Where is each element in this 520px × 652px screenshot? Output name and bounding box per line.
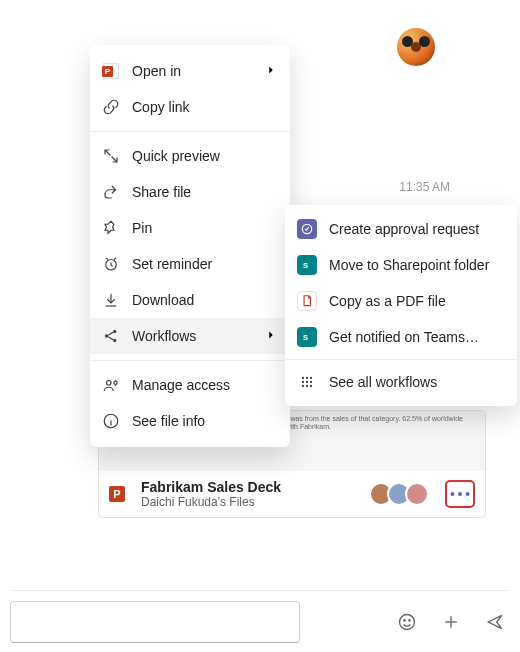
file-subtitle: Daichi Fukuda's Files (141, 495, 365, 509)
svg-point-6 (113, 339, 116, 342)
expand-icon (102, 147, 120, 165)
emoji-button[interactable] (396, 611, 418, 633)
menu-manage-access[interactable]: Manage access (90, 367, 290, 403)
pdf-icon (297, 291, 317, 311)
shared-with-avatars (375, 482, 429, 506)
clock-icon (102, 255, 120, 273)
menu-download[interactable]: Download (90, 282, 290, 318)
menu-share-file[interactable]: Share file (90, 174, 290, 210)
svg-point-2 (466, 492, 470, 496)
file-more-options-button[interactable] (445, 480, 475, 508)
workflows-submenu: Create approval request S Move to Sharep… (285, 205, 517, 406)
menu-copy-link[interactable]: Copy link (90, 89, 290, 125)
message-composer (10, 590, 510, 642)
svg-point-4 (105, 334, 108, 337)
svg-point-24 (409, 619, 410, 620)
sharepoint-icon: S (297, 327, 317, 347)
svg-point-0 (450, 492, 454, 496)
share-nodes-icon (102, 327, 120, 345)
sender-avatar (397, 28, 435, 66)
workflow-create-approval[interactable]: Create approval request (285, 211, 517, 247)
svg-point-22 (400, 614, 415, 629)
menu-quick-preview[interactable]: Quick preview (90, 138, 290, 174)
share-arrow-icon (102, 183, 120, 201)
svg-point-13 (302, 377, 304, 379)
menu-pin[interactable]: Pin (90, 210, 290, 246)
menu-set-reminder[interactable]: Set reminder (90, 246, 290, 282)
pin-icon (102, 219, 120, 237)
menu-workflows[interactable]: Workflows (90, 318, 290, 354)
svg-point-23 (404, 619, 405, 620)
svg-point-17 (306, 381, 308, 383)
file-context-menu: Open in Copy link Quick preview (90, 45, 290, 447)
info-icon (102, 412, 120, 430)
link-icon (102, 98, 120, 116)
menu-see-file-info[interactable]: See file info (90, 403, 290, 439)
svg-point-7 (107, 381, 112, 386)
svg-text:S: S (303, 333, 308, 342)
chat-area: 11:35 AM Fabrikam's worldwide sales topp… (10, 10, 510, 570)
svg-point-16 (302, 381, 304, 383)
powerpoint-icon: P (109, 481, 131, 507)
svg-point-8 (114, 381, 117, 384)
svg-point-18 (310, 381, 312, 383)
message-timestamp: 11:35 AM (399, 180, 450, 194)
sharepoint-icon: S (297, 255, 317, 275)
chevron-right-icon (264, 328, 278, 345)
svg-point-19 (302, 385, 304, 387)
add-attachment-button[interactable] (440, 611, 462, 633)
svg-point-5 (113, 330, 116, 333)
file-info-row: P Fabrikam Sales Deck Daichi Fukuda's Fi… (99, 471, 485, 517)
grid-icon (297, 372, 317, 392)
approvals-icon (297, 219, 317, 239)
manage-access-icon (102, 376, 120, 394)
svg-point-15 (310, 377, 312, 379)
workflow-copy-pdf[interactable]: Copy as a PDF file (285, 283, 517, 319)
svg-text:S: S (303, 261, 308, 270)
compose-input[interactable] (10, 601, 300, 643)
svg-point-20 (306, 385, 308, 387)
menu-open-in[interactable]: Open in (90, 53, 290, 89)
powerpoint-icon (102, 62, 120, 80)
svg-point-14 (306, 377, 308, 379)
send-button[interactable] (484, 611, 506, 633)
file-title: Fabrikam Sales Deck (141, 479, 365, 495)
svg-point-21 (310, 385, 312, 387)
chevron-right-icon (264, 63, 278, 80)
workflow-move-sharepoint[interactable]: S Move to Sharepoint folder (285, 247, 517, 283)
workflow-get-notified[interactable]: S Get notified on Teams… (285, 319, 517, 355)
svg-point-1 (458, 492, 462, 496)
workflow-see-all[interactable]: See all workflows (285, 364, 517, 400)
download-icon (102, 291, 120, 309)
